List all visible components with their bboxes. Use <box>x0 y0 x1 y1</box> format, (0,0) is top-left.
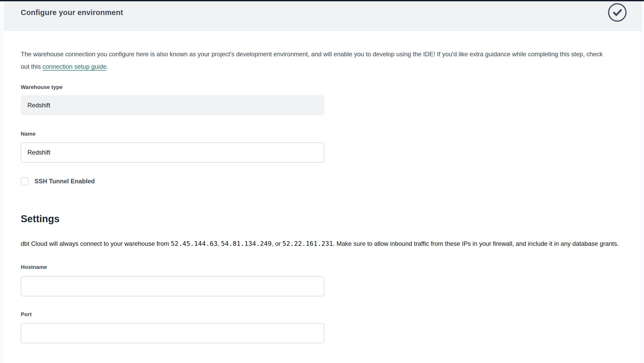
page-title: Configure your environment <box>21 8 123 17</box>
top-navigation-bar <box>0 0 644 1</box>
warehouse-type-field: Redshift <box>21 95 324 115</box>
card-body: The warehouse connection you configure h… <box>4 48 641 343</box>
ip-address-3: 52.22.161.231 <box>282 240 333 247</box>
connection-setup-guide-link[interactable]: connection setup guide <box>42 63 106 70</box>
ip-address-1: 52.45.144.63 <box>171 240 218 247</box>
ip-address-2: 54.81.134.249 <box>221 240 272 247</box>
intro-text-after: . <box>106 63 108 70</box>
card-header: Configure your environment <box>4 0 641 31</box>
ip-desc-sep1: , <box>218 240 221 247</box>
name-label: Name <box>21 130 641 137</box>
intro-paragraph: The warehouse connection you configure h… <box>21 48 606 73</box>
name-input[interactable] <box>21 142 324 163</box>
ip-desc-sep2: , or <box>272 240 282 247</box>
hostname-input[interactable] <box>21 276 324 296</box>
ip-desc-part2: . Make sure to allow inbound traffic fro… <box>333 240 619 247</box>
ip-allowlist-paragraph: dbt Cloud will always connect to your wa… <box>21 238 622 249</box>
check-circle-icon <box>607 3 627 22</box>
environment-setup-card: Configure your environment The warehouse… <box>4 0 642 363</box>
ssh-tunnel-checkbox[interactable] <box>21 177 29 185</box>
ssh-tunnel-label: SSH Tunnel Enabled <box>34 178 95 185</box>
ip-desc-part1: dbt Cloud will always connect to your wa… <box>21 240 171 247</box>
hostname-label: Hostname <box>21 264 641 270</box>
port-label: Port <box>21 311 641 318</box>
warehouse-type-label: Warehouse type <box>21 84 641 90</box>
port-input[interactable] <box>21 323 324 343</box>
settings-heading: Settings <box>21 213 641 225</box>
ssh-tunnel-row: SSH Tunnel Enabled <box>21 177 641 185</box>
